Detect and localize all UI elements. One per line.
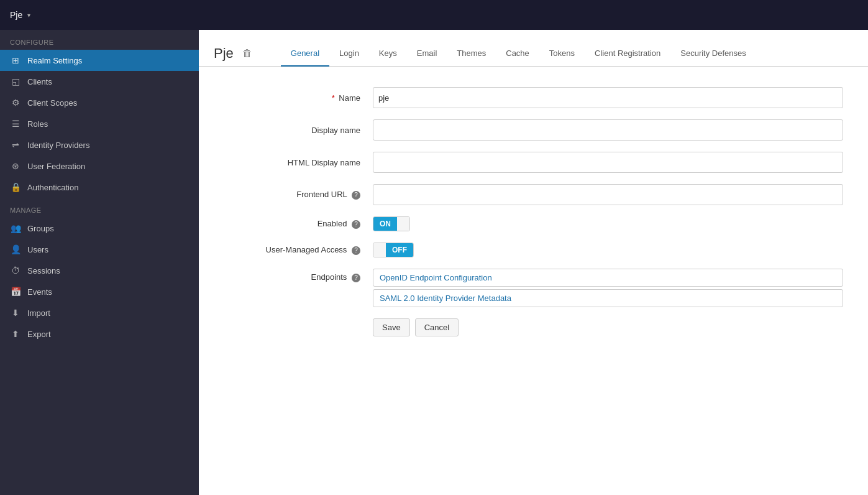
configure-section-label: Configure [0,30,199,50]
sidebar-item-authentication-label: Authentication [27,183,78,192]
sidebar-item-realm-settings-label: Realm Settings [27,56,82,65]
frontend-url-label: Frontend URL ? [236,190,373,200]
user-managed-access-toggle[interactable]: OFF [373,243,414,257]
html-display-name-input[interactable] [373,152,843,173]
sidebar-item-export-label: Export [27,330,51,339]
name-input[interactable] [373,87,843,108]
main-layout: Configure ⊞ Realm Settings ◱ Clients ⚙ C… [0,30,868,495]
roles-icon: ☰ [10,119,21,129]
endpoints-list: OpenID Endpoint Configuration SAML 2.0 I… [373,269,843,307]
endpoints-row: Endpoints ? OpenID Endpoint Configuratio… [236,269,843,307]
sidebar-item-groups[interactable]: 👥 Groups [0,218,199,239]
cancel-button[interactable]: Cancel [415,318,459,336]
tab-general[interactable]: General [281,41,329,67]
sidebar-item-users[interactable]: 👤 Users [0,239,199,260]
tab-login[interactable]: Login [329,41,369,67]
sidebar-item-realm-settings[interactable]: ⊞ Realm Settings [0,50,199,71]
sidebar-item-import-label: Import [27,308,50,318]
enabled-row: Enabled ? ON [236,216,843,231]
frontend-url-row: Frontend URL ? [236,184,843,205]
tab-themes[interactable]: Themes [447,41,496,67]
html-display-name-row: HTML Display name [236,152,843,173]
realm-name: Pje [10,10,22,20]
enabled-off-part [397,217,409,231]
user-managed-access-help-icon[interactable]: ? [352,246,360,255]
sidebar-item-user-federation-label: User Federation [27,162,85,171]
endpoints-help-icon[interactable]: ? [352,274,360,282]
identity-providers-icon: ⇌ [10,140,21,150]
sidebar-item-sessions[interactable]: ⏱ Sessions [0,260,199,281]
authentication-icon: 🔒 [10,182,21,192]
sidebar-item-identity-providers[interactable]: ⇌ Identity Providers [0,134,199,155]
user-managed-access-label: User-Managed Access ? [236,245,373,255]
sidebar-item-clients-label: Clients [27,77,52,86]
tabs: General Login Keys Email Themes Cache To… [266,41,771,66]
user-managed-access-toggle-control[interactable]: OFF [373,243,414,257]
realm-selector[interactable]: Pje ▾ [10,10,30,20]
user-federation-icon: ⊛ [10,161,21,171]
display-name-row: Display name [236,119,843,141]
form-actions: Save Cancel [373,318,843,336]
manage-section-label: Manage [0,198,199,218]
delete-realm-button[interactable]: 🗑 [242,48,252,59]
user-managed-access-off-label: OFF [386,243,413,257]
html-display-name-label: HTML Display name [236,158,373,167]
save-button[interactable]: Save [373,318,410,336]
client-scopes-icon: ⚙ [10,98,21,108]
tab-tokens[interactable]: Tokens [539,41,585,67]
user-managed-access-on-part [373,243,386,257]
frontend-url-input[interactable] [373,184,843,205]
enabled-help-icon[interactable]: ? [352,220,360,229]
users-icon: 👤 [10,244,21,254]
sidebar-item-groups-label: Groups [27,224,54,233]
endpoints-label: Endpoints ? [236,269,373,282]
groups-icon: 👥 [10,223,21,233]
import-icon: ⬇ [10,308,21,318]
saml-endpoint-link[interactable]: SAML 2.0 Identity Provider Metadata [373,289,843,307]
sidebar-item-import[interactable]: ⬇ Import [0,302,199,323]
sidebar-item-users-label: Users [27,245,48,254]
sessions-icon: ⏱ [10,266,21,275]
display-name-label: Display name [236,126,373,135]
sidebar-item-user-federation[interactable]: ⊛ User Federation [0,155,199,177]
sidebar-item-identity-providers-label: Identity Providers [27,141,89,150]
enabled-toggle-control[interactable]: ON [373,216,410,231]
clients-icon: ◱ [10,76,21,86]
tab-keys[interactable]: Keys [369,41,407,67]
export-icon: ⬆ [10,329,21,339]
tab-security-defenses[interactable]: Security Defenses [670,41,756,67]
enabled-label: Enabled ? [236,219,373,229]
name-row: * Name [236,87,843,108]
page-header: Pje 🗑 General Login Keys Email Themes Ca… [199,30,868,67]
user-managed-access-row: User-Managed Access ? OFF [236,243,843,257]
realm-chevron: ▾ [27,12,30,19]
frontend-url-help-icon[interactable]: ? [352,191,360,200]
main-content: Pje 🗑 General Login Keys Email Themes Ca… [199,30,868,495]
realm-settings-form: * Name Display name HTML Display name Fr… [199,70,868,354]
enabled-toggle[interactable]: ON [373,216,410,231]
sidebar-item-export[interactable]: ⬆ Export [0,323,199,345]
page-title: Pje [214,45,234,62]
sidebar-item-sessions-label: Sessions [27,266,60,275]
sidebar-item-authentication[interactable]: 🔒 Authentication [0,177,199,198]
enabled-on-label: ON [373,217,397,231]
sidebar-item-clients[interactable]: ◱ Clients [0,71,199,92]
name-label: * Name [236,93,373,103]
tab-cache[interactable]: Cache [496,41,539,67]
sidebar-item-client-scopes-label: Client Scopes [27,98,77,108]
top-bar: Pje ▾ [0,0,868,30]
sidebar-item-events-label: Events [27,287,52,297]
tab-email[interactable]: Email [407,41,447,67]
display-name-input[interactable] [373,119,843,141]
sidebar-item-roles[interactable]: ☰ Roles [0,113,199,134]
name-required-star: * [332,93,335,103]
tab-client-registration[interactable]: Client Registration [585,41,670,67]
events-icon: 📅 [10,287,21,297]
openid-endpoint-link[interactable]: OpenID Endpoint Configuration [373,269,843,287]
realm-settings-icon: ⊞ [10,55,21,65]
sidebar-item-roles-label: Roles [27,119,48,129]
sidebar-item-client-scopes[interactable]: ⚙ Client Scopes [0,92,199,113]
sidebar: Configure ⊞ Realm Settings ◱ Clients ⚙ C… [0,30,199,495]
sidebar-item-events[interactable]: 📅 Events [0,281,199,302]
